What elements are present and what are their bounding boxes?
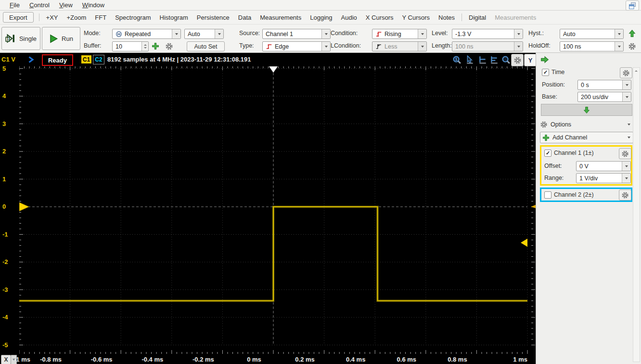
channel2-settings-button[interactable] <box>619 189 631 201</box>
time-settings-button[interactable] <box>620 67 632 78</box>
cascade-windows-icon <box>628 2 636 10</box>
options-row[interactable]: Options <box>540 120 632 129</box>
mode-select[interactable]: Repeated <box>112 29 181 39</box>
dropdown-arrow[interactable] <box>514 42 523 51</box>
dropdown-arrow[interactable] <box>418 29 426 38</box>
dropdown-arrow[interactable] <box>321 29 330 38</box>
waveform-canvas[interactable] <box>19 66 536 355</box>
hysteresis-select[interactable]: Auto <box>560 29 624 39</box>
time-base-select[interactable]: 200 us/div <box>577 92 631 102</box>
collapse-chevron-icon[interactable] <box>27 56 35 63</box>
time-position-select[interactable]: 0 s <box>577 80 631 90</box>
dropdown-arrow[interactable] <box>215 29 223 38</box>
view-toolbar: Export +XY +Zoom FFT Spectrogram Histogr… <box>0 11 641 25</box>
dropdown-arrow[interactable] <box>622 162 630 171</box>
green-right-arrow-icon <box>540 55 549 64</box>
scrollbar-up-arrow[interactable] <box>633 68 639 74</box>
tab-logging[interactable]: Logging <box>306 13 336 23</box>
single-button[interactable]: Single <box>1 27 40 50</box>
dropdown-arrow[interactable] <box>321 42 330 51</box>
channel2-badge[interactable]: C2 <box>93 55 104 64</box>
menu-window[interactable]: Window <box>77 0 109 10</box>
trigger-length-select[interactable]: 100 ns <box>452 41 523 51</box>
tab-fft[interactable]: FFT <box>90 13 111 23</box>
trigger-up-button[interactable] <box>628 29 636 38</box>
tab-measurements[interactable]: Measurements <box>256 13 306 23</box>
channel1-badge[interactable]: C1 <box>81 55 91 63</box>
x-axis-bar: X -1 ms-0.8 ms-0.6 ms-0.4 ms-0.2 ms0 ms0… <box>0 355 536 364</box>
green-up-arrow-icon <box>628 29 636 38</box>
measure-vertical-button[interactable] <box>489 55 500 64</box>
magnifier-1-icon <box>452 55 462 64</box>
channel1-checkbox[interactable]: ✓ <box>544 150 551 157</box>
dropdown-arrow[interactable] <box>172 29 180 38</box>
trigger-type-select[interactable]: Edge <box>262 41 331 51</box>
auto-set-button[interactable]: Auto Set <box>187 41 225 51</box>
trigger-level-select[interactable]: -1.3 V <box>452 29 523 39</box>
panel-scrollbar[interactable] <box>633 67 640 362</box>
run-button[interactable]: Run <box>42 27 80 50</box>
trigger-lcondition-select[interactable]: Less <box>372 41 427 51</box>
trigger-level-value: -1.3 V <box>452 31 471 38</box>
buffer-spinner[interactable] <box>141 42 148 51</box>
trigger-condition-select[interactable]: Rising <box>372 29 427 39</box>
tab-xy[interactable]: +XY <box>42 13 63 23</box>
y-tick-label: -2 <box>2 258 8 265</box>
add-buffer-button[interactable] <box>152 42 159 50</box>
dropdown-arrow[interactable] <box>615 42 623 51</box>
menu-file[interactable]: File <box>5 0 25 10</box>
buffer-settings-button[interactable] <box>165 42 173 50</box>
channel2-checkbox[interactable] <box>544 191 551 199</box>
export-button[interactable]: Export <box>3 12 34 23</box>
buffer-spinbox[interactable]: 10 <box>112 41 149 51</box>
channel1-settings-button[interactable] <box>619 148 631 159</box>
x-axis-button-label[interactable]: X <box>1 355 11 364</box>
zoom-fit-button[interactable] <box>451 55 462 64</box>
y-tick-label: 1 <box>2 176 6 183</box>
y-axis-channel-label[interactable]: C1 V <box>1 56 15 63</box>
trigger-settings-button[interactable] <box>628 42 636 50</box>
time-expand-button[interactable] <box>541 104 632 116</box>
add-channel-button[interactable]: Add Channel <box>540 132 633 143</box>
zoom-select-button[interactable] <box>500 55 511 64</box>
tab-notes[interactable]: Notes <box>434 13 459 23</box>
y-axis-button[interactable]: Y <box>524 54 537 66</box>
holdoff-select[interactable]: 100 ns <box>560 41 624 51</box>
y-tick-label: -5 <box>2 341 8 349</box>
dropdown-arrow[interactable] <box>622 80 631 89</box>
time-checkbox[interactable]: ✓ <box>542 69 549 76</box>
tab-x-cursors[interactable]: X Cursors <box>361 13 398 23</box>
channel1-range-select[interactable]: 1 V/div <box>576 173 631 183</box>
y-tick-label: 5 <box>2 65 6 72</box>
dropdown-arrow[interactable] <box>418 42 426 51</box>
x-tick-label: 0.6 ms <box>387 356 426 363</box>
cascade-windows-button[interactable] <box>626 0 639 11</box>
auto-range-select[interactable]: Auto <box>184 29 224 39</box>
dropdown-arrow[interactable] <box>615 29 623 38</box>
plot-settings-button[interactable] <box>511 54 524 66</box>
tab-y-cursors[interactable]: Y Cursors <box>398 13 435 23</box>
tab-persistence[interactable]: Persistence <box>192 13 234 23</box>
dropdown-arrow[interactable] <box>514 29 523 38</box>
tab-zoom[interactable]: +Zoom <box>63 13 91 23</box>
panel-collapse-button[interactable] <box>540 55 549 64</box>
channel1-offset-select[interactable]: 0 V <box>576 161 631 171</box>
holdoff-value: 100 ns <box>560 43 581 50</box>
x-tick-label: -0.6 ms <box>82 356 121 363</box>
y-tick-label: 2 <box>2 148 6 155</box>
dropdown-arrow[interactable] <box>622 92 631 101</box>
time-base-label: Base: <box>542 93 557 100</box>
tab-audio[interactable]: Audio <box>337 13 361 23</box>
tab-data[interactable]: Data <box>234 13 256 23</box>
tab-digital[interactable]: Digital <box>464 13 490 23</box>
menu-control[interactable]: Control <box>25 0 54 10</box>
measure-horizontal-button[interactable] <box>477 55 488 64</box>
tab-spectrogram[interactable]: Spectrogram <box>111 13 155 23</box>
acquisition-state-text: Ready <box>48 57 67 64</box>
cursor-mode-button[interactable] <box>465 55 475 64</box>
type-label: Type: <box>239 42 254 49</box>
trigger-source-select[interactable]: Channel 1 <box>262 29 331 39</box>
tab-histogram[interactable]: Histogram <box>155 13 192 23</box>
menu-view[interactable]: View <box>54 0 77 10</box>
dropdown-arrow[interactable] <box>622 174 630 183</box>
